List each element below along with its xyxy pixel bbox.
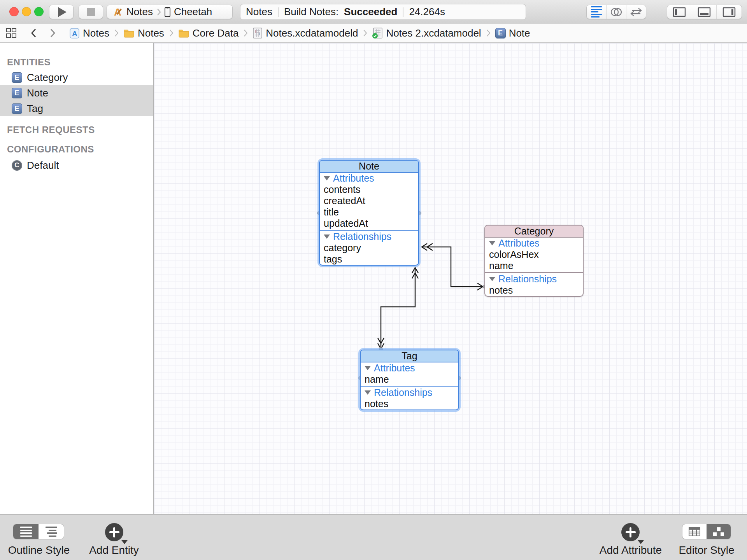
- breadcrumb-entity-note[interactable]: E Note: [495, 27, 530, 39]
- related-items-icon[interactable]: [5, 27, 17, 39]
- inspector-panel-toggle[interactable]: [717, 5, 742, 19]
- inspector-panel-icon: [722, 7, 736, 17]
- relationships-section-row[interactable]: Relationships: [361, 387, 458, 398]
- breadcrumb-group-core-data[interactable]: Core Data: [178, 27, 239, 39]
- editor-style-table-icon: [688, 527, 701, 537]
- zoom-button[interactable]: [34, 7, 44, 16]
- relationship-row[interactable]: notes: [485, 285, 583, 296]
- disclosure-triangle-icon[interactable]: [324, 176, 330, 180]
- editor-style-label: Editor Style: [675, 544, 738, 556]
- stop-button[interactable]: [79, 5, 103, 19]
- sidebar-item-default[interactable]: C Default: [0, 158, 153, 173]
- breadcrumb-xcdatamodel[interactable]: Notes 2.xcdatamodel: [372, 27, 481, 39]
- forward-icon[interactable]: [50, 28, 56, 38]
- bottom-bar: Outline Style Add Entity Add Attribute: [0, 514, 747, 560]
- status-divider: [403, 7, 403, 17]
- navigator-panel-toggle[interactable]: [667, 5, 692, 19]
- back-icon[interactable]: [30, 28, 37, 38]
- disclosure-triangle-icon[interactable]: [365, 366, 371, 370]
- add-attribute-button[interactable]: [621, 523, 640, 541]
- svg-text:A: A: [72, 30, 77, 38]
- model-sidebar: ENTITIES E Category E Note E Tag FETCH R…: [0, 43, 154, 514]
- relationship-row[interactable]: tags: [320, 254, 418, 265]
- sidebar-item-label: Note: [27, 87, 48, 99]
- disclosure-triangle-icon[interactable]: [489, 277, 495, 281]
- sidebar-item-note[interactable]: E Note: [0, 85, 153, 101]
- breadcrumb-project[interactable]: A Notes: [69, 27, 109, 39]
- breadcrumb-group-notes[interactable]: Notes: [123, 27, 164, 39]
- add-attribute-dropdown-caret[interactable]: [638, 540, 644, 544]
- sidebar-item-category[interactable]: E Category: [0, 70, 153, 85]
- entity-box-title: Category: [485, 226, 583, 238]
- disclosure-triangle-icon[interactable]: [489, 241, 495, 245]
- section-divider: [361, 386, 458, 387]
- configuration-icon: C: [12, 160, 22, 171]
- assistant-editor-icon: [610, 7, 623, 17]
- status-divider: [278, 7, 279, 17]
- panel-toggle-segmented-control: [667, 5, 742, 19]
- editor-style-graph-button[interactable]: [707, 524, 731, 539]
- attributes-section-label: Attributes: [333, 173, 374, 184]
- attribute-row[interactable]: createdAt: [320, 195, 418, 206]
- section-divider: [485, 272, 583, 273]
- attributes-section-row[interactable]: Attributes: [361, 362, 458, 374]
- run-button[interactable]: [49, 5, 74, 19]
- relationship-row[interactable]: notes: [361, 398, 458, 410]
- section-header-entities: ENTITIES: [7, 56, 153, 68]
- add-entity-label: Add Entity: [79, 544, 149, 556]
- breadcrumb-xcdatamodeld[interactable]: Notes.xcdatamodeld: [253, 27, 358, 39]
- disclosure-triangle-icon[interactable]: [324, 234, 330, 239]
- debug-area-toggle[interactable]: [692, 5, 717, 19]
- chevron-separator-icon: [114, 29, 119, 37]
- entity-box-category[interactable]: Category Attributes colorAsHex name Rela…: [484, 225, 584, 297]
- attribute-row[interactable]: name: [361, 374, 458, 385]
- xcode-window: A Notes Cheetah Notes Build Notes: Succe…: [0, 0, 747, 560]
- status-build-label: Build Notes:: [284, 6, 338, 18]
- add-entity-dropdown-caret[interactable]: [121, 540, 128, 544]
- attribute-row[interactable]: contents: [320, 184, 418, 195]
- status-duration: 24.264s: [409, 6, 445, 18]
- minimize-button[interactable]: [22, 7, 31, 16]
- attribute-row[interactable]: updatedAt: [320, 218, 418, 229]
- assistant-editor-button[interactable]: [607, 5, 626, 19]
- chevron-separator-icon: [486, 29, 491, 37]
- editor-style-table-button[interactable]: [682, 524, 707, 539]
- add-entity-button[interactable]: [105, 523, 123, 541]
- jump-bar: A Notes Notes Core Data: [0, 24, 747, 43]
- device-icon: [165, 7, 170, 17]
- sidebar-item-tag[interactable]: E Tag: [0, 101, 153, 116]
- relationship-arrows: [154, 43, 747, 514]
- diagram-canvas[interactable]: Note Attributes contents createdAt title…: [154, 43, 747, 514]
- attribute-row[interactable]: colorAsHex: [485, 249, 583, 260]
- entity-box-title: Tag: [361, 350, 458, 362]
- attribute-row[interactable]: title: [320, 206, 418, 218]
- relationships-section-label: Relationships: [374, 387, 432, 398]
- version-editor-button[interactable]: [626, 5, 646, 19]
- relationship-row[interactable]: category: [320, 242, 418, 254]
- outline-style-hierarchical-button[interactable]: [39, 524, 64, 539]
- chevron-separator-icon: [363, 29, 367, 37]
- note-tag-relationship-line: [378, 268, 418, 349]
- disclosure-triangle-icon[interactable]: [365, 390, 371, 395]
- close-button[interactable]: [9, 7, 19, 16]
- scheme-selector[interactable]: A Notes Cheetah: [107, 5, 233, 19]
- attributes-section-row[interactable]: Attributes: [320, 173, 418, 184]
- outline-style-label: Outline Style: [4, 544, 74, 556]
- attributes-section-row[interactable]: Attributes: [485, 238, 583, 249]
- note-category-relationship-line: [422, 243, 483, 290]
- relationships-section-row[interactable]: Relationships: [485, 273, 583, 285]
- editor-style-segmented-control: [682, 524, 731, 539]
- outline-style-flat-icon: [20, 527, 32, 537]
- entity-box-note[interactable]: Note Attributes contents createdAt title…: [319, 160, 419, 266]
- entity-box-tag[interactable]: Tag Attributes name Relationships notes: [360, 350, 459, 410]
- navigator-panel-icon: [673, 7, 686, 17]
- relationships-section-row[interactable]: Relationships: [320, 231, 418, 242]
- activity-viewer[interactable]: Notes Build Notes: Succeeded 24.264s: [240, 4, 526, 20]
- standard-editor-button[interactable]: [587, 5, 607, 19]
- section-divider: [320, 230, 418, 231]
- attribute-row[interactable]: name: [485, 260, 583, 271]
- breadcrumb-label: Core Data: [193, 27, 239, 39]
- status-build-result: Succeeded: [344, 6, 397, 18]
- outline-style-flat-button[interactable]: [13, 524, 39, 539]
- chevron-separator-icon: [243, 29, 248, 37]
